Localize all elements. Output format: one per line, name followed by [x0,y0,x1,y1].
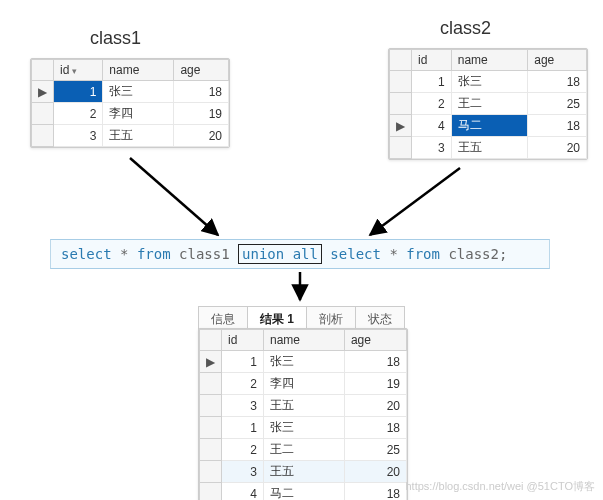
cell-id[interactable]: 3 [412,137,452,159]
cell-id[interactable]: 2 [54,103,103,125]
table-row[interactable]: 4 马二 18 [200,483,407,501]
arrow-class2-to-sql [370,168,460,235]
cell-name[interactable]: 王五 [264,461,345,483]
label-class1: class1 [90,28,141,49]
table-row[interactable]: 2 王二 25 [390,93,587,115]
label-class2: class2 [440,18,491,39]
cell-age[interactable]: 18 [344,417,406,439]
cell-id[interactable]: 3 [222,395,264,417]
table-row[interactable]: 2 王二 25 [200,439,407,461]
cell-age[interactable]: 20 [174,125,229,147]
cell-name[interactable]: 李四 [264,373,345,395]
cell-name[interactable]: 王二 [451,93,528,115]
rowheader-corner [390,50,412,71]
rowheader-corner [32,60,54,81]
cell-name[interactable]: 马二 [451,115,528,137]
table-result[interactable]: id name age ▶ 1 张三 18 2 李四 19 3 王五 20 1 … [198,328,408,500]
cell-id[interactable]: 2 [222,439,264,461]
sql-from2: from [406,246,440,262]
cell-age[interactable]: 18 [344,483,406,501]
sql-table1: class1 [179,246,230,262]
cell-name[interactable]: 张三 [451,71,528,93]
cell-name[interactable]: 王五 [451,137,528,159]
cell-age[interactable]: 25 [344,439,406,461]
cell-id[interactable]: 4 [222,483,264,501]
cell-age[interactable]: 18 [344,351,406,373]
sql-select2: select [330,246,381,262]
table-row[interactable]: 3 王五 20 [390,137,587,159]
col-id[interactable]: id [54,60,103,81]
col-name[interactable]: name [451,50,528,71]
col-age[interactable]: age [344,330,406,351]
cell-id[interactable]: 1 [412,71,452,93]
cell-age[interactable]: 19 [174,103,229,125]
table-row[interactable]: 3 王五 20 [200,395,407,417]
table-row[interactable]: 1 张三 18 [200,417,407,439]
col-id[interactable]: id [222,330,264,351]
cell-id[interactable]: 3 [222,461,264,483]
cell-name[interactable]: 李四 [103,103,174,125]
col-age[interactable]: age [528,50,587,71]
col-age[interactable]: age [174,60,229,81]
cell-age[interactable]: 19 [344,373,406,395]
table-row[interactable]: 2 李四 19 [200,373,407,395]
table-row[interactable]: 1 张三 18 [390,71,587,93]
cell-id[interactable]: 3 [54,125,103,147]
cell-name[interactable]: 张三 [103,81,174,103]
row-marker-icon: ▶ [390,115,412,137]
row-marker-icon: ▶ [200,351,222,373]
cell-age[interactable]: 25 [528,93,587,115]
cell-name[interactable]: 马二 [264,483,345,501]
cell-name[interactable]: 王二 [264,439,345,461]
table-row[interactable]: ▶ 1 张三 18 [200,351,407,373]
cell-age[interactable]: 20 [344,461,406,483]
sql-select: select [61,246,112,262]
cell-age[interactable]: 18 [528,115,587,137]
table-row[interactable]: 3 王五 20 [200,461,407,483]
cell-name[interactable]: 王五 [264,395,345,417]
table-row[interactable]: ▶ 1 张三 18 [32,81,229,103]
cell-name[interactable]: 王五 [103,125,174,147]
cell-age[interactable]: 18 [174,81,229,103]
sql-from: from [137,246,171,262]
col-name[interactable]: name [103,60,174,81]
rowheader-corner [200,330,222,351]
cell-id[interactable]: 1 [222,351,264,373]
cell-age[interactable]: 18 [528,71,587,93]
arrow-class1-to-sql [130,158,218,235]
col-id[interactable]: id [412,50,452,71]
cell-id[interactable]: 1 [222,417,264,439]
cell-id[interactable]: 2 [412,93,452,115]
watermark: https://blog.csdn.net/wei @51CTO博客 [406,479,596,494]
table-row[interactable]: 3 王五 20 [32,125,229,147]
cell-age[interactable]: 20 [344,395,406,417]
row-marker-icon: ▶ [32,81,54,103]
cell-id[interactable]: 2 [222,373,264,395]
table-class2[interactable]: id name age 1 张三 18 2 王二 25 ▶ 4 马二 18 3 … [388,48,588,160]
table-row[interactable]: 2 李四 19 [32,103,229,125]
sql-statement[interactable]: select * from class1 union all select * … [50,239,550,269]
cell-id[interactable]: 4 [412,115,452,137]
cell-name[interactable]: 张三 [264,351,345,373]
table-row[interactable]: ▶ 4 马二 18 [390,115,587,137]
cell-name[interactable]: 张三 [264,417,345,439]
cell-id[interactable]: 1 [54,81,103,103]
table-class1[interactable]: id name age ▶ 1 张三 18 2 李四 19 3 王五 20 [30,58,230,148]
sql-union-all: union all [238,244,322,264]
sql-table2: class2; [448,246,507,262]
cell-age[interactable]: 20 [528,137,587,159]
col-name[interactable]: name [264,330,345,351]
